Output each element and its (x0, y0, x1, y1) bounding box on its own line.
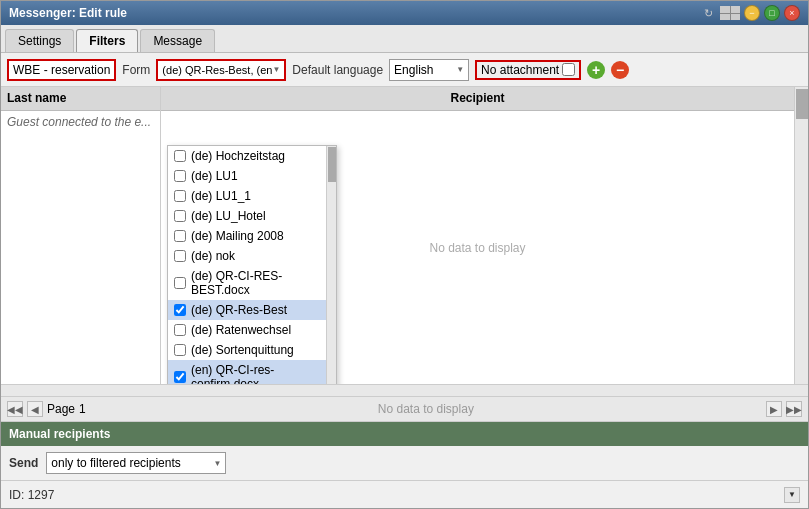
dropdown-scroll-thumb[interactable] (328, 147, 336, 182)
id-value: 1297 (28, 488, 55, 502)
tabs-bar: Settings Filters Message (1, 25, 808, 53)
add-button[interactable]: + (587, 61, 605, 79)
id-area: ID: 1297 (9, 488, 54, 502)
template-value: (de) QR-Res-Best, (en) C (162, 64, 272, 76)
dropdown-item-10[interactable]: (en) QR-CI-res-confirm.docx (168, 360, 336, 384)
form-field[interactable]: WBE - reservation (7, 59, 116, 81)
item-label-3: (de) LU_Hotel (191, 209, 266, 223)
toolbar: WBE - reservation Form (de) QR-Res-Best,… (1, 53, 808, 87)
item-label-8: (de) Ratenwechsel (191, 323, 291, 337)
left-panel: Last name Guest connected to the e... (1, 87, 161, 384)
no-attachment-group: No attachment (475, 60, 581, 80)
default-language-label: Default language (292, 63, 383, 77)
item-label-1: (de) LU1 (191, 169, 238, 183)
item-label-0: (de) Hochzeitstag (191, 149, 285, 163)
dropdown-scrollbar[interactable] (326, 146, 336, 384)
send-label: Send (9, 456, 38, 470)
dropdown-item-5[interactable]: (de) nok (168, 246, 336, 266)
dropdown-item-1[interactable]: (de) LU1 (168, 166, 336, 186)
pagination-bar: ◀◀ ◀ Page 1 No data to display ▶ ▶▶ (1, 396, 808, 422)
template-dropdown-list[interactable]: (de) Hochzeitstag (de) LU1 (de) LU1_1 (d… (167, 145, 337, 384)
tab-filters[interactable]: Filters (76, 29, 138, 52)
item-label-4: (de) Mailing 2008 (191, 229, 284, 243)
main-window: Messenger: Edit rule ↻ − □ × Settings Fi… (0, 0, 809, 509)
last-name-header: Last name (1, 87, 160, 111)
send-dropdown[interactable]: only to filtered recipients ▼ (46, 452, 226, 474)
dropdown-item-2[interactable]: (de) LU1_1 (168, 186, 336, 206)
item-label-7: (de) QR-Res-Best (191, 303, 287, 317)
tab-message[interactable]: Message (140, 29, 215, 52)
checkbox-8[interactable] (174, 324, 186, 336)
scroll-to-bottom-button[interactable]: ▼ (784, 487, 800, 503)
minimize-button[interactable]: − (744, 5, 760, 21)
guest-row: Guest connected to the e... (1, 111, 160, 384)
bottom-bar: ID: 1297 ▼ (1, 480, 808, 508)
item-label-5: (de) nok (191, 249, 235, 263)
language-dropdown-arrow: ▼ (456, 65, 464, 74)
send-value: only to filtered recipients (51, 456, 180, 470)
language-dropdown[interactable]: English ▼ (389, 59, 469, 81)
checkbox-6[interactable] (174, 277, 186, 289)
recipient-header: Recipient (161, 87, 794, 111)
language-value: English (394, 63, 433, 77)
item-label-9: (de) Sortenquittung (191, 343, 294, 357)
remove-button[interactable]: − (611, 61, 629, 79)
page-number: 1 (79, 402, 86, 416)
dropdown-item-9[interactable]: (de) Sortenquittung (168, 340, 336, 360)
window-title: Messenger: Edit rule (9, 6, 127, 20)
dropdown-item-7[interactable]: (de) QR-Res-Best (168, 300, 336, 320)
checkbox-0[interactable] (174, 150, 186, 162)
dropdown-item-6[interactable]: (de) QR-CI-RES-BEST.docx (168, 266, 336, 300)
main-content: Last name Guest connected to the e... Re… (1, 87, 808, 508)
tab-settings[interactable]: Settings (5, 29, 74, 52)
next-page-button[interactable]: ▶ (766, 401, 782, 417)
no-data-text: No data to display (429, 241, 525, 255)
form-label: Form (122, 63, 150, 77)
horizontal-scrollbar[interactable] (1, 384, 808, 396)
checkbox-4[interactable] (174, 230, 186, 242)
send-row: Send only to filtered recipients ▼ (1, 446, 808, 480)
dropdown-item-3[interactable]: (de) LU_Hotel (168, 206, 336, 226)
checkbox-1[interactable] (174, 170, 186, 182)
refresh-icon[interactable]: ↻ (700, 5, 716, 21)
checkbox-2[interactable] (174, 190, 186, 202)
vertical-scrollbar[interactable] (794, 87, 808, 384)
checkbox-3[interactable] (174, 210, 186, 222)
no-data-pagination: No data to display (378, 402, 474, 416)
dropdown-item-4[interactable]: (de) Mailing 2008 (168, 226, 336, 246)
item-label-2: (de) LU1_1 (191, 189, 251, 203)
manual-recipients-label: Manual recipients (9, 427, 110, 441)
checkbox-10[interactable] (174, 371, 186, 383)
window-controls: ↻ − □ × (700, 5, 800, 21)
maximize-button[interactable]: □ (764, 5, 780, 21)
checkbox-9[interactable] (174, 344, 186, 356)
first-page-button[interactable]: ◀◀ (7, 401, 23, 417)
title-bar: Messenger: Edit rule ↻ − □ × (1, 1, 808, 25)
manual-recipients-bar: Manual recipients (1, 422, 808, 446)
no-attachment-checkbox[interactable] (562, 63, 575, 76)
id-label: ID: (9, 488, 24, 502)
dropdown-item-8[interactable]: (de) Ratenwechsel (168, 320, 336, 340)
close-button[interactable]: × (784, 5, 800, 21)
last-page-button[interactable]: ▶▶ (786, 401, 802, 417)
prev-page-button[interactable]: ◀ (27, 401, 43, 417)
template-dropdown[interactable]: (de) QR-Res-Best, (en) C ▼ (156, 59, 286, 81)
item-label-6: (de) QR-CI-RES-BEST.docx (191, 269, 330, 297)
send-dropdown-arrow: ▼ (213, 459, 221, 468)
grid-icon (720, 6, 740, 20)
checkbox-5[interactable] (174, 250, 186, 262)
checkbox-7[interactable] (174, 304, 186, 316)
scroll-thumb[interactable] (796, 89, 808, 119)
dropdown-item-0[interactable]: (de) Hochzeitstag (168, 146, 336, 166)
item-label-10: (en) QR-CI-res-confirm.docx (191, 363, 330, 384)
template-dropdown-arrow: ▼ (272, 65, 280, 74)
page-label: Page (47, 402, 75, 416)
no-attachment-label: No attachment (481, 63, 559, 77)
